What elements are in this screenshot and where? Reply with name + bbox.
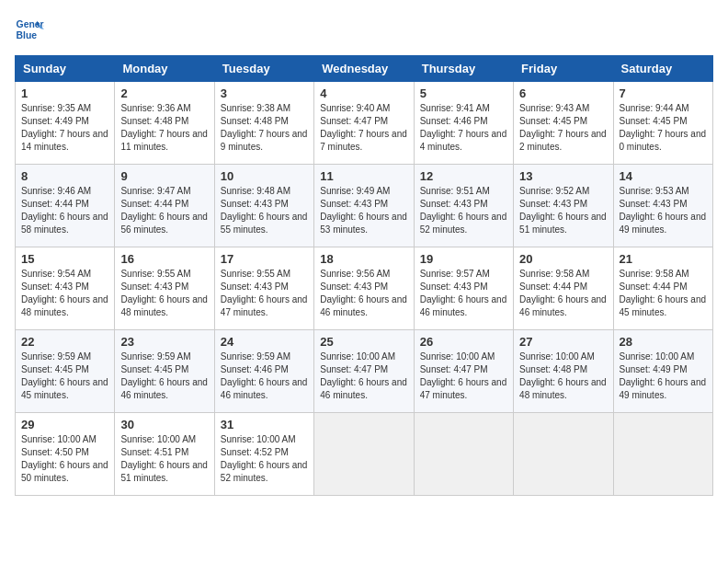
col-header-sunday: Sunday	[16, 56, 115, 82]
col-header-saturday: Saturday	[613, 56, 712, 82]
calendar-cell: 7Sunrise: 9:44 AM Sunset: 4:45 PM Daylig…	[613, 82, 712, 165]
day-info: Sunrise: 9:36 AM Sunset: 4:48 PM Dayligh…	[120, 102, 208, 154]
svg-text:Blue: Blue	[17, 30, 38, 40]
logo: General Blue	[15, 15, 44, 44]
day-info: Sunrise: 9:56 AM Sunset: 4:43 PM Dayligh…	[320, 268, 407, 319]
day-number: 7	[620, 86, 707, 100]
day-number: 18	[320, 252, 407, 266]
day-info: Sunrise: 9:38 AM Sunset: 4:48 PM Dayligh…	[221, 102, 308, 154]
day-info: Sunrise: 9:58 AM Sunset: 4:44 PM Dayligh…	[519, 268, 607, 319]
calendar-cell: 29Sunrise: 10:00 AM Sunset: 4:50 PM Dayl…	[16, 413, 115, 496]
calendar-cell: 2Sunrise: 9:36 AM Sunset: 4:48 PM Daylig…	[115, 82, 214, 165]
day-info: Sunrise: 9:44 AM Sunset: 4:45 PM Dayligh…	[620, 102, 707, 154]
day-number: 26	[420, 335, 507, 349]
calendar-cell: 16Sunrise: 9:55 AM Sunset: 4:43 PM Dayli…	[115, 247, 214, 330]
calendar-cell: 19Sunrise: 9:57 AM Sunset: 4:43 PM Dayli…	[414, 247, 513, 330]
svg-text:General: General	[17, 19, 44, 29]
page-header: General Blue	[15, 15, 713, 44]
calendar-cell	[514, 413, 613, 496]
day-info: Sunrise: 9:43 AM Sunset: 4:45 PM Dayligh…	[519, 102, 607, 154]
calendar-cell: 22Sunrise: 9:59 AM Sunset: 4:45 PM Dayli…	[16, 330, 115, 413]
day-number: 12	[420, 169, 507, 183]
day-info: Sunrise: 9:55 AM Sunset: 4:43 PM Dayligh…	[120, 268, 208, 319]
calendar-cell: 9Sunrise: 9:47 AM Sunset: 4:44 PM Daylig…	[115, 165, 214, 247]
day-number: 21	[620, 252, 707, 266]
day-info: Sunrise: 9:41 AM Sunset: 4:46 PM Dayligh…	[420, 102, 507, 154]
day-info: Sunrise: 10:00 AM Sunset: 4:50 PM Daylig…	[21, 433, 108, 485]
col-header-wednesday: Wednesday	[314, 56, 414, 82]
day-info: Sunrise: 9:59 AM Sunset: 4:45 PM Dayligh…	[21, 350, 108, 402]
day-info: Sunrise: 9:59 AM Sunset: 4:46 PM Dayligh…	[221, 350, 308, 402]
calendar-cell: 18Sunrise: 9:56 AM Sunset: 4:43 PM Dayli…	[314, 247, 414, 330]
day-number: 10	[221, 169, 308, 183]
calendar-cell: 28Sunrise: 10:00 AM Sunset: 4:49 PM Dayl…	[613, 330, 712, 413]
day-info: Sunrise: 9:57 AM Sunset: 4:43 PM Dayligh…	[420, 268, 507, 319]
calendar-cell: 6Sunrise: 9:43 AM Sunset: 4:45 PM Daylig…	[514, 82, 613, 165]
day-info: Sunrise: 9:47 AM Sunset: 4:44 PM Dayligh…	[120, 185, 208, 236]
calendar-cell: 20Sunrise: 9:58 AM Sunset: 4:44 PM Dayli…	[514, 247, 613, 330]
day-number: 8	[21, 169, 108, 183]
day-number: 27	[519, 335, 607, 349]
calendar-cell: 30Sunrise: 10:00 AM Sunset: 4:51 PM Dayl…	[115, 413, 214, 496]
day-number: 30	[120, 418, 208, 431]
day-info: Sunrise: 9:53 AM Sunset: 4:43 PM Dayligh…	[620, 185, 707, 236]
day-number: 5	[420, 86, 507, 100]
calendar-cell: 4Sunrise: 9:40 AM Sunset: 4:47 PM Daylig…	[314, 82, 414, 165]
day-number: 4	[320, 86, 407, 100]
day-info: Sunrise: 9:48 AM Sunset: 4:43 PM Dayligh…	[221, 185, 308, 236]
day-info: Sunrise: 10:00 AM Sunset: 4:48 PM Daylig…	[519, 350, 607, 402]
day-number: 2	[120, 86, 208, 100]
day-info: Sunrise: 9:52 AM Sunset: 4:43 PM Dayligh…	[519, 185, 607, 236]
calendar-cell: 24Sunrise: 9:59 AM Sunset: 4:46 PM Dayli…	[214, 330, 313, 413]
calendar-cell: 1Sunrise: 9:35 AM Sunset: 4:49 PM Daylig…	[16, 82, 115, 165]
calendar-cell: 15Sunrise: 9:54 AM Sunset: 4:43 PM Dayli…	[16, 247, 115, 330]
day-info: Sunrise: 9:58 AM Sunset: 4:44 PM Dayligh…	[620, 268, 707, 319]
day-number: 11	[320, 169, 407, 183]
day-info: Sunrise: 10:00 AM Sunset: 4:49 PM Daylig…	[620, 350, 707, 402]
calendar-cell: 14Sunrise: 9:53 AM Sunset: 4:43 PM Dayli…	[613, 165, 712, 247]
calendar-cell: 13Sunrise: 9:52 AM Sunset: 4:43 PM Dayli…	[514, 165, 613, 247]
col-header-tuesday: Tuesday	[214, 56, 313, 82]
day-number: 29	[21, 418, 108, 431]
day-number: 13	[519, 169, 607, 183]
day-number: 28	[620, 335, 707, 349]
col-header-friday: Friday	[514, 56, 613, 82]
day-info: Sunrise: 10:00 AM Sunset: 4:51 PM Daylig…	[120, 433, 208, 485]
calendar-cell	[314, 413, 414, 496]
day-number: 16	[120, 252, 208, 266]
day-number: 22	[21, 335, 108, 349]
calendar-cell: 31Sunrise: 10:00 AM Sunset: 4:52 PM Dayl…	[214, 413, 313, 496]
calendar-cell: 5Sunrise: 9:41 AM Sunset: 4:46 PM Daylig…	[414, 82, 513, 165]
day-number: 6	[519, 86, 607, 100]
day-info: Sunrise: 9:35 AM Sunset: 4:49 PM Dayligh…	[21, 102, 108, 154]
day-info: Sunrise: 9:40 AM Sunset: 4:47 PM Dayligh…	[320, 102, 407, 154]
col-header-thursday: Thursday	[414, 56, 513, 82]
day-number: 1	[21, 86, 108, 100]
calendar-table: SundayMondayTuesdayWednesdayThursdayFrid…	[15, 55, 713, 496]
day-number: 15	[21, 252, 108, 266]
day-info: Sunrise: 9:51 AM Sunset: 4:43 PM Dayligh…	[420, 185, 507, 236]
day-number: 19	[420, 252, 507, 266]
calendar-cell: 25Sunrise: 10:00 AM Sunset: 4:47 PM Dayl…	[314, 330, 414, 413]
day-info: Sunrise: 10:00 AM Sunset: 4:47 PM Daylig…	[320, 350, 407, 402]
day-number: 23	[120, 335, 208, 349]
col-header-monday: Monday	[115, 56, 214, 82]
day-number: 24	[221, 335, 308, 349]
logo-icon: General Blue	[15, 15, 44, 44]
day-number: 20	[519, 252, 607, 266]
calendar-cell: 3Sunrise: 9:38 AM Sunset: 4:48 PM Daylig…	[214, 82, 313, 165]
day-info: Sunrise: 10:00 AM Sunset: 4:47 PM Daylig…	[420, 350, 507, 402]
calendar-cell: 11Sunrise: 9:49 AM Sunset: 4:43 PM Dayli…	[314, 165, 414, 247]
calendar-cell	[613, 413, 712, 496]
calendar-cell	[414, 413, 513, 496]
day-info: Sunrise: 9:55 AM Sunset: 4:43 PM Dayligh…	[221, 268, 308, 319]
day-info: Sunrise: 9:54 AM Sunset: 4:43 PM Dayligh…	[21, 268, 108, 319]
day-number: 31	[221, 418, 308, 431]
day-info: Sunrise: 9:49 AM Sunset: 4:43 PM Dayligh…	[320, 185, 407, 236]
calendar-cell: 26Sunrise: 10:00 AM Sunset: 4:47 PM Dayl…	[414, 330, 513, 413]
calendar-cell: 12Sunrise: 9:51 AM Sunset: 4:43 PM Dayli…	[414, 165, 513, 247]
day-number: 17	[221, 252, 308, 266]
calendar-cell: 10Sunrise: 9:48 AM Sunset: 4:43 PM Dayli…	[214, 165, 313, 247]
calendar-cell: 17Sunrise: 9:55 AM Sunset: 4:43 PM Dayli…	[214, 247, 313, 330]
day-info: Sunrise: 9:46 AM Sunset: 4:44 PM Dayligh…	[21, 185, 108, 236]
